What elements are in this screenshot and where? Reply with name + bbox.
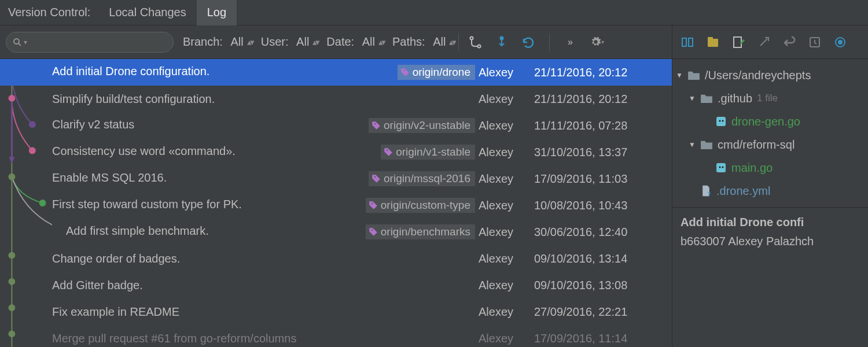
commit-row[interactable]: origin/droneAdd initial Drone configurat… [0, 59, 672, 86]
svg-point-28 [722, 120, 724, 122]
commit-message: Simplify build/test configuration. [52, 93, 479, 106]
go-file-icon [715, 116, 727, 127]
file-icon: ? [700, 185, 712, 197]
svg-point-4 [501, 36, 503, 39]
commit-row[interactable]: origin/v2-unstableClarify v2 statusAlexe… [0, 112, 672, 139]
commit-message: origin/v2-unstableClarify v2 status [52, 118, 479, 134]
svg-point-2 [470, 36, 473, 39]
gear-icon[interactable]: ▾ [590, 35, 604, 49]
chevron-down-icon: ▾ [24, 38, 27, 46]
commit-message: Merge pull request #61 from go-reform/co… [52, 332, 479, 345]
commit-row[interactable]: Merge pull request #61 from go-reform/co… [0, 325, 672, 347]
edit-icon[interactable] [731, 35, 745, 49]
show-diff-icon[interactable] [681, 35, 694, 49]
vcs-tabs: Version Control: Local Changes Log [0, 0, 868, 25]
svg-text:?: ? [708, 191, 711, 197]
commit-author: Alexey [479, 252, 534, 265]
log-toolbar: ▾ Branch: All▴▾ User: All▴▾ Date: All▴▾ … [0, 25, 672, 59]
filter-date[interactable]: Date: All▴▾ [324, 35, 387, 49]
tree-root[interactable]: ▼ /Users/andreychepts [676, 64, 865, 87]
svg-point-0 [14, 39, 19, 44]
commit-date: 31/10/2016, 13:37 [534, 146, 672, 159]
commit-row[interactable]: origin/mssql-2016Enable MS SQL 2016.Alex… [0, 165, 672, 192]
tree-file-drone-yml[interactable]: ▼ ? .drone.yml [676, 179, 865, 202]
commit-row[interactable]: Change order of badges.Alexey09/10/2016,… [0, 245, 672, 272]
commit-message: origin/custom-typeFirst step toward cust… [52, 198, 479, 213]
commit-row[interactable]: Simplify build/test configuration.Alexey… [0, 86, 672, 112]
tag-icon [371, 120, 381, 131]
svg-point-25 [838, 40, 842, 44]
commit-message: Fix example in README [52, 305, 479, 319]
revert-icon[interactable] [757, 35, 771, 49]
commit-date: 10/08/2016, 10:43 [534, 199, 672, 212]
tag-icon [368, 227, 378, 237]
commit-date: 09/10/2016, 13:14 [534, 252, 672, 265]
tree-file-drone-gen[interactable]: drone-gen.go [676, 110, 865, 133]
branch-tag: origin/mssql-2016 [369, 171, 475, 186]
chevron-down-icon: ▼ [689, 94, 697, 102]
commit-message: origin/v1-stableConsistency use word «co… [52, 145, 479, 160]
tree-folder-cmd[interactable]: ▼ cmd/reform-sql [676, 133, 865, 156]
commit-message: Add Gitter badge. [52, 279, 479, 292]
svg-rect-20 [708, 39, 718, 47]
commit-date: 21/11/2016, 20:12 [534, 66, 672, 79]
group-icon[interactable] [706, 35, 720, 49]
intellisort-icon[interactable] [468, 35, 482, 49]
commit-row[interactable]: origin/custom-typeFirst step toward cust… [0, 192, 672, 219]
filter-branch[interactable]: Branch: All▴▾ [181, 35, 255, 49]
branch-tag: origin/drone [398, 65, 475, 80]
svg-point-3 [478, 45, 481, 47]
svg-line-1 [19, 43, 21, 46]
folder-icon [687, 70, 700, 80]
branch-tag: origin/custom-type [366, 198, 475, 213]
tag-icon [371, 174, 381, 184]
svg-rect-21 [708, 37, 713, 39]
undo-icon[interactable] [782, 35, 796, 49]
go-file-icon [715, 162, 727, 174]
tag-icon [383, 147, 393, 157]
commit-date: 09/10/2016, 13:08 [534, 279, 672, 292]
tree-folder-github[interactable]: ▼ .github 1 file [676, 87, 865, 110]
commit-message: origin/benchmarksAdd first simple benchm… [66, 224, 479, 240]
commit-message: origin/droneAdd initial Drone configurat… [52, 65, 479, 80]
commit-row[interactable]: origin/benchmarksAdd first simple benchm… [0, 219, 672, 245]
tab-local-changes[interactable]: Local Changes [98, 0, 196, 25]
search-icon [12, 37, 23, 47]
commit-row[interactable]: Add Gitter badge.Alexey09/10/2016, 13:08 [0, 272, 672, 298]
preview-icon[interactable] [833, 35, 847, 49]
history-icon[interactable] [808, 35, 822, 49]
commit-author: Alexey [479, 226, 534, 239]
vc-label: Version Control: [0, 6, 98, 19]
commit-author: Alexey [479, 279, 534, 292]
collapse-icon[interactable] [495, 35, 509, 49]
commit-author: Alexey [479, 332, 534, 345]
filter-paths[interactable]: Paths: All▴▾ [390, 35, 458, 49]
commit-row[interactable]: origin/v1-stableConsistency use word «co… [0, 139, 672, 165]
tree-file-main-go[interactable]: main.go [676, 156, 865, 179]
filter-user[interactable]: User: All▴▾ [259, 35, 321, 49]
commit-author: Alexey [479, 66, 534, 79]
folder-icon [700, 139, 713, 150]
tag-icon [400, 67, 410, 77]
commit-date: 11/11/2016, 07:28 [534, 119, 672, 132]
commit-date: 17/09/2016, 11:14 [534, 332, 672, 345]
commit-author: Alexey [479, 146, 534, 159]
tag-icon [368, 200, 378, 211]
refresh-icon[interactable] [521, 35, 535, 49]
commit-date: 27/09/2016, 22:21 [534, 305, 672, 319]
svg-rect-18 [682, 38, 686, 46]
commit-date: 17/09/2016, 11:03 [534, 172, 672, 186]
branch-tag: origin/v2-unstable [369, 118, 475, 133]
search-input[interactable]: ▾ [6, 32, 174, 53]
svg-rect-22 [734, 37, 741, 47]
commit-author: Alexey [479, 119, 534, 132]
svg-point-31 [722, 167, 724, 168]
commit-row[interactable]: Fix example in READMEAlexey27/09/2016, 2… [0, 298, 672, 325]
right-toolbar [672, 25, 868, 59]
tab-log[interactable]: Log [197, 0, 237, 25]
folder-icon [700, 93, 713, 104]
commit-author: Alexey [479, 93, 534, 106]
details-hash: b663007 Alexey Palazhch [681, 235, 860, 248]
changed-files-tree: ▼ /Users/andreychepts ▼ .github 1 file d… [672, 59, 868, 207]
more-icon[interactable]: » [564, 35, 578, 49]
